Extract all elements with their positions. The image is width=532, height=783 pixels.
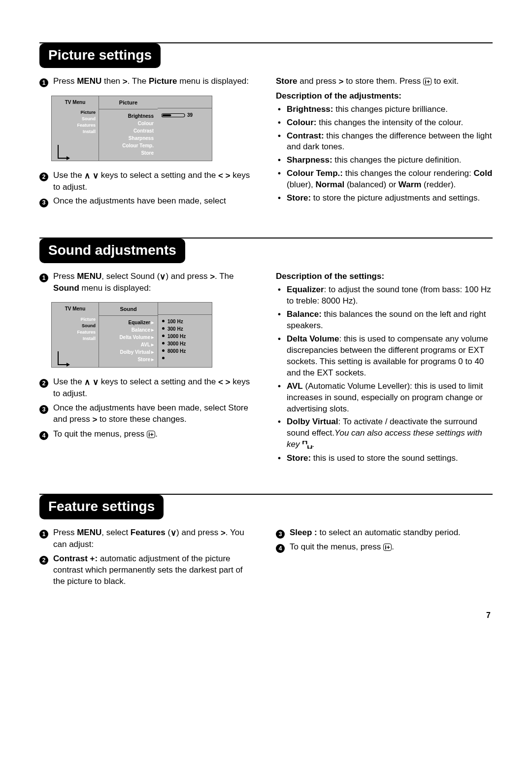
page-number: 7: [39, 610, 493, 621]
list-item: Equalizer: to adjust the sound tone (fro…: [285, 284, 493, 307]
step: 3 Once the adjustments have been made, s…: [39, 196, 256, 207]
menu-slider: 39: [158, 108, 212, 123]
step: 4 To quit the menus, press i+.: [276, 542, 493, 553]
list-item: Store: to store the picture adjustments …: [285, 193, 493, 204]
step-text: To quit the menus, press i+.: [290, 542, 493, 553]
left-arrow-icon: [218, 170, 223, 182]
step: 4 To quit the menus, press i+.: [39, 429, 256, 440]
menu-left-title: TV Menu: [52, 96, 99, 108]
step: 2 Contrast +: automatic adjustment of th…: [39, 553, 256, 587]
menu-left-items: Picture Sound Features Install: [52, 314, 99, 357]
sound-desc-list: Equalizer: to adjust the sound tone (fro…: [276, 284, 493, 464]
step-text: Use the keys to select a setting and the…: [53, 376, 256, 400]
down-arrow-icon: [160, 272, 166, 283]
step-text: Press MENU, select Sound () and press . …: [53, 271, 256, 294]
list-item: Colour: this changes the intensity of th…: [285, 117, 493, 129]
right-arrow-icon: [221, 528, 226, 539]
step-text: Once the adjustments have been made, sel…: [53, 196, 256, 207]
list-item: Delta Volume: this is used to compensate…: [285, 334, 493, 379]
up-arrow-icon: [84, 170, 90, 182]
svg-rect-1: [163, 114, 171, 116]
right-arrow-icon: [92, 414, 97, 426]
step-number-3-icon: 3: [39, 199, 48, 207]
sound-right-col: Description of the settings: Equalizer: …: [276, 271, 493, 466]
sound-menu-mock: TV Menu Picture Sound Features Install S…: [51, 302, 212, 368]
step-text: Use the keys to select a setting and the…: [53, 170, 256, 193]
step-text: To quit the menus, press i+.: [53, 429, 256, 440]
down-arrow-icon: [93, 170, 99, 182]
section-divider: Picture settings: [39, 42, 493, 68]
step: 1 Press MENU then . The Picture menu is …: [39, 76, 256, 88]
slider-icon: [162, 113, 185, 118]
menu-left-items: Picture Sound Features Install: [52, 107, 99, 150]
surround-icon: ⸢⸣⸤⸥: [302, 440, 312, 451]
step-number-2-icon: 2: [39, 379, 48, 388]
step-number-3-icon: 3: [276, 530, 285, 539]
info-key-icon: i+: [423, 78, 432, 85]
features-left-col: 1 Press MENU, select Features () and pre…: [39, 527, 256, 590]
desc-heading: Description of the adjustments:: [276, 91, 493, 102]
step: 2 Use the keys to select a setting and t…: [39, 170, 256, 193]
list-item: Colour Temp.: this changes the colour re…: [285, 168, 493, 191]
info-key-icon: i+: [383, 544, 392, 551]
info-key-icon: i+: [147, 431, 155, 438]
right-arrow-icon: [210, 272, 215, 283]
list-item: Sharpness: this changes the picture defi…: [285, 155, 493, 166]
down-arrow-icon: [93, 377, 99, 388]
menu-mid-items: Equalizer▶ Balance▶ Delta Volume▶ AVL▶ D…: [99, 316, 158, 367]
step-number-2-icon: 2: [39, 556, 48, 565]
desc-heading: Description of the settings:: [276, 271, 493, 282]
menu-arrow-icon: [58, 145, 68, 159]
right-arrow-icon: [339, 76, 344, 88]
menu-mid-title: Picture: [99, 96, 158, 109]
menu-left-title: TV Menu: [52, 303, 99, 314]
list-item: Store: this is used to store the sound s…: [285, 453, 493, 464]
step-number-1-icon: 1: [39, 530, 48, 539]
step-text: Press MENU then . The Picture menu is di…: [53, 76, 256, 88]
section-divider: Sound adjustments: [39, 238, 493, 263]
step-text: Contrast +: automatic adjustment of the …: [53, 553, 256, 587]
step: 1 Press MENU, select Sound () and press …: [39, 271, 256, 294]
step-number-1-icon: 1: [39, 78, 48, 87]
section-divider: Feature settings: [39, 494, 493, 519]
list-item: Balance: this balances the sound on the …: [285, 309, 493, 332]
right-arrow-icon: [226, 377, 231, 388]
right-arrow-icon: [123, 76, 128, 88]
manual-page: Picture settings 1 Press MENU then . The…: [0, 0, 532, 660]
picture-desc-list: Brightness: this changes picture brillia…: [276, 104, 493, 204]
step-text: Press MENU, select Features () and press…: [53, 527, 256, 550]
step: 3 Once the adjustments have been made, s…: [39, 403, 256, 426]
menu-arrow-icon: [58, 351, 68, 365]
step-number-3-icon: 3: [39, 405, 48, 414]
down-arrow-icon: [170, 528, 176, 539]
picture-right-col: Store and press to store them. Press i+ …: [276, 76, 493, 210]
section-picture: Picture settings 1 Press MENU then . The…: [39, 42, 493, 210]
list-item: Contrast: this changes the difference be…: [285, 131, 493, 153]
menu-mid-title: Sound: [99, 303, 158, 316]
step: 2 Use the keys to select a setting and t…: [39, 376, 256, 400]
section-sound: Sound adjustments 1 Press MENU, select S…: [39, 238, 493, 466]
picture-left-col: 1 Press MENU then . The Picture menu is …: [39, 76, 256, 210]
left-arrow-icon: [218, 377, 223, 388]
section-features: Feature settings 1 Press MENU, select Fe…: [39, 494, 493, 590]
step-number-4-icon: 4: [39, 431, 48, 440]
step-text: Sleep : to select an automatic standby p…: [290, 527, 493, 539]
list-item: AVL (Automatic Volume Leveller): this is…: [285, 381, 493, 415]
step: 3 Sleep : to select an automatic standby…: [276, 527, 493, 539]
menu-right-items: 100 Hz 300 Hz 1000 Hz 3000 Hz 8000 Hz: [158, 315, 212, 366]
sound-left-col: 1 Press MENU, select Sound () and press …: [39, 271, 256, 466]
menu-mid-items: Brightness Colour Contrast Sharpness Col…: [99, 109, 158, 161]
step-text: Once the adjustments have been made, sel…: [53, 403, 256, 426]
list-item: Brightness: this changes picture brillia…: [285, 104, 493, 115]
store-instruction: Store and press to store them. Press i+ …: [276, 76, 493, 88]
section-title: Picture settings: [39, 43, 161, 68]
step-number-1-icon: 1: [39, 273, 48, 282]
step-number-4-icon: 4: [276, 544, 285, 553]
step-number-2-icon: 2: [39, 172, 48, 181]
right-arrow-icon: [226, 170, 231, 182]
list-item: Dolby Virtual: To activate / deactivate …: [285, 416, 493, 451]
features-right-col: 3 Sleep : to select an automatic standby…: [276, 527, 493, 590]
step: 1 Press MENU, select Features () and pre…: [39, 527, 256, 550]
section-title: Feature settings: [39, 495, 164, 519]
picture-menu-mock: TV Menu Picture Sound Features Install P…: [51, 96, 212, 161]
